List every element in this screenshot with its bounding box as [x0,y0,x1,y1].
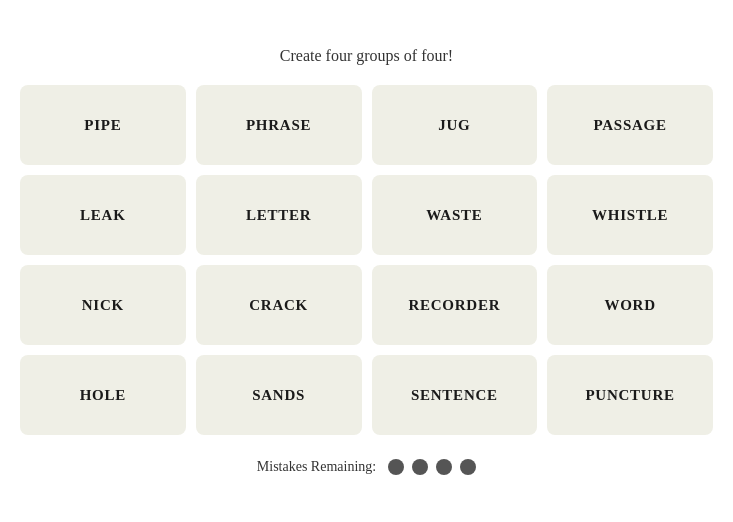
tile-grid: PIPEPHRASEJUGPASSAGELEAKLETTERWASTEWHIST… [20,85,713,435]
mistake-dot-3 [436,459,452,475]
tile-leak[interactable]: LEAK [20,175,186,255]
mistake-dot-1 [388,459,404,475]
tile-phrase[interactable]: PHRASE [196,85,362,165]
tile-passage[interactable]: PASSAGE [547,85,713,165]
tile-label-nick: NICK [82,297,124,314]
footer: Mistakes Remaining: [20,459,713,475]
tile-label-crack: CRACK [249,297,308,314]
tile-recorder[interactable]: RECORDER [372,265,538,345]
mistakes-label: Mistakes Remaining: [257,459,376,475]
tile-sands[interactable]: SANDS [196,355,362,435]
tile-label-passage: PASSAGE [593,117,666,134]
tile-label-sands: SANDS [252,387,305,404]
tile-label-sentence: SENTENCE [411,387,498,404]
tile-nick[interactable]: NICK [20,265,186,345]
tile-label-pipe: PIPE [84,117,121,134]
mistake-dot-4 [460,459,476,475]
tile-label-puncture: PUNCTURE [585,387,674,404]
tile-label-word: WORD [604,297,655,314]
tile-label-waste: WASTE [426,207,482,224]
instruction-text: Create four groups of four! [280,47,453,64]
tile-label-leak: LEAK [80,207,126,224]
tile-label-jug: JUG [438,117,470,134]
tile-sentence[interactable]: SENTENCE [372,355,538,435]
tile-label-recorder: RECORDER [408,297,500,314]
tile-label-hole: HOLE [80,387,126,404]
game-container: Create four groups of four! PIPEPHRASEJU… [20,47,713,475]
tile-pipe[interactable]: PIPE [20,85,186,165]
tile-crack[interactable]: CRACK [196,265,362,345]
tile-jug[interactable]: JUG [372,85,538,165]
tile-letter[interactable]: LETTER [196,175,362,255]
tile-waste[interactable]: WASTE [372,175,538,255]
tile-label-whistle: WHISTLE [592,207,668,224]
tile-whistle[interactable]: WHISTLE [547,175,713,255]
tile-puncture[interactable]: PUNCTURE [547,355,713,435]
game-header: Create four groups of four! [20,47,713,65]
mistake-dot-2 [412,459,428,475]
tile-label-letter: LETTER [246,207,311,224]
tile-label-phrase: PHRASE [246,117,311,134]
tile-word[interactable]: WORD [547,265,713,345]
tile-hole[interactable]: HOLE [20,355,186,435]
